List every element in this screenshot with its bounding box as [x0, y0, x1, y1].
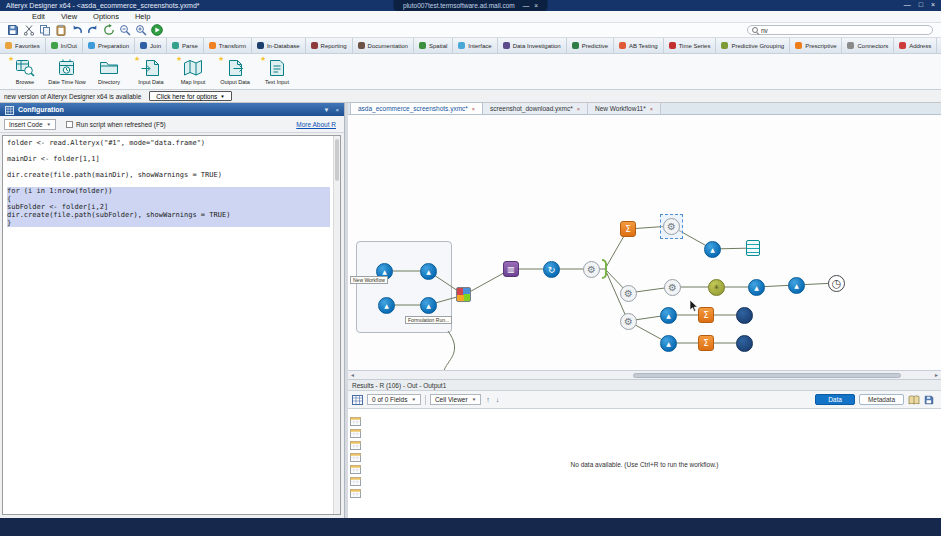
paste-icon[interactable]	[54, 24, 67, 37]
palette-documentation[interactable]: Documentation	[353, 38, 414, 53]
more-about-link[interactable]: More About R	[296, 121, 336, 128]
palette-predictive-grouping[interactable]: Predictive Grouping	[716, 38, 790, 53]
tool-text-input[interactable]: ★Text Input	[258, 58, 296, 85]
report-tool-node[interactable]	[746, 240, 760, 256]
up-arrow-icon[interactable]: ↑	[485, 396, 491, 403]
palette-spatial[interactable]: Spatial	[414, 38, 453, 53]
save-results-icon[interactable]	[924, 395, 934, 405]
tab-asda-ecommerce-screenshots-yxmc[interactable]: asda_ecommerce_screenshots.yxmc*×	[350, 102, 483, 114]
tool-input-data[interactable]: ★Input Data	[132, 58, 170, 85]
menu-options[interactable]: Options	[85, 12, 127, 21]
tool-date-time-now[interactable]: Date Time Now	[48, 58, 86, 85]
copy-icon[interactable]	[38, 24, 51, 37]
sigma-tool-node[interactable]: Σ	[698, 307, 714, 323]
scroll-left-icon[interactable]: ◄	[350, 371, 355, 380]
palette-in-database[interactable]: In-Database	[252, 38, 306, 53]
palette-parse[interactable]: Parse	[167, 38, 204, 53]
palette-join[interactable]: Join	[135, 38, 167, 53]
metadata-button[interactable]: Metadata	[859, 394, 904, 405]
sigma-tool-node[interactable]: Σ	[620, 221, 636, 237]
cut-icon[interactable]	[22, 24, 35, 37]
browse-tool-node[interactable]	[736, 307, 753, 324]
close-icon[interactable]: ×	[931, 1, 935, 8]
tool-output-data[interactable]: ★Output Data	[216, 58, 254, 85]
scrollbar-thumb[interactable]	[633, 373, 901, 379]
selected-gear-tool-node[interactable]: ⚙	[660, 214, 683, 239]
browse-tool-node[interactable]	[736, 335, 753, 352]
table-view-icon[interactable]	[352, 395, 363, 405]
notification-options-button[interactable]: Click here for options ▼	[149, 91, 232, 101]
palette-preparation[interactable]: Preparation	[83, 38, 135, 53]
annotation-box[interactable]: New Workflow	[350, 276, 388, 284]
tab-screenshot-download-yxmc[interactable]: screenshot_download.yxmc*×	[483, 103, 588, 114]
palette-prescriptive[interactable]: Prescriptive	[790, 38, 842, 53]
alteryx-tool-node[interactable]: ▲	[378, 297, 395, 314]
menu-edit[interactable]: Edit	[24, 12, 53, 21]
scroll-right-icon[interactable]: ►	[934, 371, 939, 380]
tab-close-icon[interactable]: ×	[650, 106, 653, 112]
swirl-tool-node[interactable]: ↻	[543, 261, 560, 278]
palette-transform[interactable]: Transform	[204, 38, 252, 53]
alteryx-tool-node[interactable]: ▲	[788, 277, 805, 294]
code-scrollbar[interactable]	[333, 136, 340, 514]
tool-browse[interactable]: ★Browse	[6, 58, 44, 85]
gear-tool-node[interactable]: ⚙	[620, 285, 637, 302]
tab-close-icon[interactable]: ×	[472, 106, 475, 112]
maximize-icon[interactable]: □	[919, 1, 923, 8]
insert-code-dropdown[interactable]: Insert Code ▼	[4, 119, 56, 130]
result-row-icon[interactable]	[350, 441, 361, 450]
search-box[interactable]	[747, 25, 933, 35]
r-code-editor[interactable]: folder <- read.Alteryx("#1", mode="data.…	[2, 135, 341, 515]
tab-new-workflow11[interactable]: New Workflow11*×	[588, 103, 661, 114]
alteryx-tool-node[interactable]: ▲	[660, 335, 677, 352]
result-row-icon[interactable]	[350, 429, 361, 438]
result-row-icon[interactable]	[350, 477, 361, 486]
palette-in-out[interactable]: In/Out	[46, 38, 83, 53]
palette-connectors[interactable]: Connectors	[842, 38, 894, 53]
canvas-horizontal-scrollbar[interactable]: ◄ ►	[348, 371, 941, 380]
undo-icon[interactable]	[70, 24, 83, 37]
run-workflow-button[interactable]	[150, 24, 163, 37]
clock-tool-node[interactable]: ◷	[828, 275, 845, 292]
fields-dropdown[interactable]: 0 of 0 Fields ▼	[367, 394, 421, 405]
menu-help[interactable]: Help	[127, 12, 158, 21]
alteryx-tool-node[interactable]: ▲	[660, 307, 677, 324]
data-button[interactable]: Data	[815, 394, 855, 405]
panel-close-icon[interactable]: ×	[335, 107, 339, 113]
palette-predictive[interactable]: Predictive	[567, 38, 614, 53]
refresh-icon[interactable]	[102, 24, 115, 37]
palette-interface[interactable]: Interface	[453, 38, 497, 53]
gear-tool-node[interactable]: ⚙	[620, 313, 637, 330]
alteryx-tool-node[interactable]: ▲	[420, 297, 437, 314]
palette-reporting[interactable]: Reporting	[306, 38, 353, 53]
tool-directory[interactable]: Directory	[90, 58, 128, 85]
alteryx-tool-node[interactable]: ▲	[748, 279, 765, 296]
cell-viewer-dropdown[interactable]: Cell Viewer ▼	[430, 394, 481, 405]
alteryx-tool-node[interactable]: ▲	[420, 263, 437, 280]
bracket-tool-node[interactable]	[602, 259, 607, 279]
result-row-icon[interactable]	[350, 489, 361, 498]
book-icon[interactable]	[908, 395, 920, 405]
run-script-checkbox[interactable]	[66, 121, 73, 128]
save-icon[interactable]	[6, 24, 19, 37]
purple-tool-node[interactable]: ▥	[503, 261, 519, 277]
workflow-canvas[interactable]: ▲▲▲▲▥↻⚙Σ⚙▲⚙⚙✳▲▲◷⚙▲Σ▲ΣNew WorkflowFormula…	[348, 115, 941, 371]
search-input[interactable]	[761, 26, 928, 34]
minimize-icon[interactable]: —	[904, 1, 911, 8]
zoom-in-icon[interactable]	[134, 24, 147, 37]
palette-data-investigation[interactable]: Data Investigation	[498, 38, 567, 53]
gear-tool-node[interactable]: ⚙	[583, 261, 600, 278]
grid-tool-node[interactable]	[456, 287, 471, 302]
palette-time-series[interactable]: Time Series	[664, 38, 717, 53]
tool-map-input[interactable]: ★Map Input	[174, 58, 212, 85]
gear-tool-node[interactable]: ⚙	[664, 279, 681, 296]
palette-favorites[interactable]: Favorites	[0, 38, 46, 53]
tab-close-icon[interactable]: ×	[577, 106, 580, 112]
annotation-box[interactable]: Formulation Run...	[405, 316, 452, 324]
sigma-tool-node[interactable]: Σ	[698, 335, 714, 351]
palette-address[interactable]: Address	[894, 38, 937, 53]
zoom-out-icon[interactable]	[118, 24, 131, 37]
panel-pin-icon[interactable]: ▼	[324, 107, 330, 113]
session-minimize-icon[interactable]: —	[523, 2, 530, 9]
alteryx-tool-node[interactable]: ▲	[704, 241, 721, 258]
